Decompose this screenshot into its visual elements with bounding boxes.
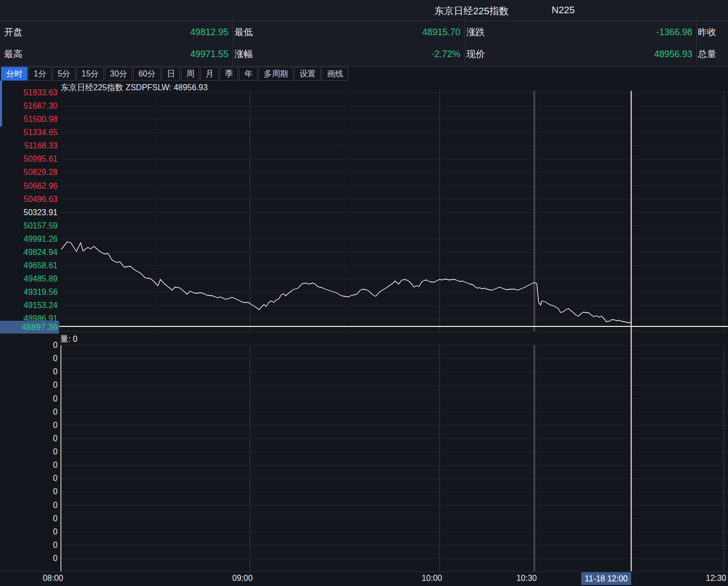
crosshair-time-tag: 11-18 12:00 bbox=[581, 572, 631, 585]
price-tick: 49153.24 bbox=[0, 300, 58, 311]
volume-tick: 0 bbox=[0, 527, 58, 537]
price-tick: 49319.56 bbox=[0, 287, 58, 297]
time-tick-10:00: 10:00 bbox=[376, 574, 442, 583]
volume-tick: 0 bbox=[0, 540, 58, 550]
volume-tick: 0 bbox=[0, 434, 58, 444]
volume-tick: 0 bbox=[0, 460, 58, 470]
time-tick-12:30: 12:30 bbox=[660, 574, 726, 583]
time-tick-08:00: 08:00 bbox=[0, 574, 63, 583]
price-tick: 49485.89 bbox=[0, 274, 58, 284]
volume-tick: 0 bbox=[0, 487, 58, 497]
session-break-band bbox=[533, 91, 535, 332]
price-line bbox=[61, 242, 631, 323]
crosshair-price-tag: 48897.36 bbox=[0, 321, 59, 334]
volume-tick: 0 bbox=[0, 473, 58, 483]
price-tick: 51168.33 bbox=[0, 141, 58, 151]
price-tick: 51833.63 bbox=[0, 88, 58, 98]
chart-legend: 东京日经225指数 ZSDPFSLW: 48956.93 bbox=[61, 83, 207, 93]
time-tick-09:00: 09:00 bbox=[187, 574, 253, 583]
session-break-band bbox=[533, 345, 535, 571]
volume-tick: 0 bbox=[0, 447, 58, 457]
price-tick: 51667.30 bbox=[0, 101, 58, 111]
volume-tick: 0 bbox=[0, 367, 58, 377]
volume-tick: 0 bbox=[0, 340, 58, 350]
volume-tick: 0 bbox=[0, 420, 58, 430]
price-tick: 49824.94 bbox=[0, 247, 58, 258]
volume-tick: 0 bbox=[0, 380, 58, 390]
price-tick: 50995.61 bbox=[0, 154, 58, 164]
time-tick-10:30: 10:30 bbox=[471, 574, 537, 583]
price-tick: 50662.96 bbox=[0, 181, 58, 191]
volume-tick: 0 bbox=[0, 407, 58, 417]
volume-readout: 量: 0 bbox=[60, 334, 77, 345]
volume-tick: 0 bbox=[0, 394, 58, 404]
price-tick: 50496.63 bbox=[0, 194, 58, 205]
price-tick: 50829.28 bbox=[0, 167, 58, 177]
price-tick: 50323.91 bbox=[0, 208, 58, 218]
price-tick: 49658.61 bbox=[0, 261, 58, 271]
price-tick: 49991.26 bbox=[0, 234, 58, 244]
app-window: 东京日经225指数 N225 开盘 49812.95 最高 49971.55 最… bbox=[0, 0, 728, 586]
volume-tick: 0 bbox=[0, 553, 58, 564]
price-tick: 50157.59 bbox=[0, 221, 58, 231]
volume-tick: 0 bbox=[0, 353, 58, 364]
price-tick: 51500.98 bbox=[0, 114, 58, 124]
volume-tick: 0 bbox=[0, 500, 58, 511]
price-tick: 51334.65 bbox=[0, 128, 58, 138]
volume-tick: 0 bbox=[0, 514, 58, 524]
